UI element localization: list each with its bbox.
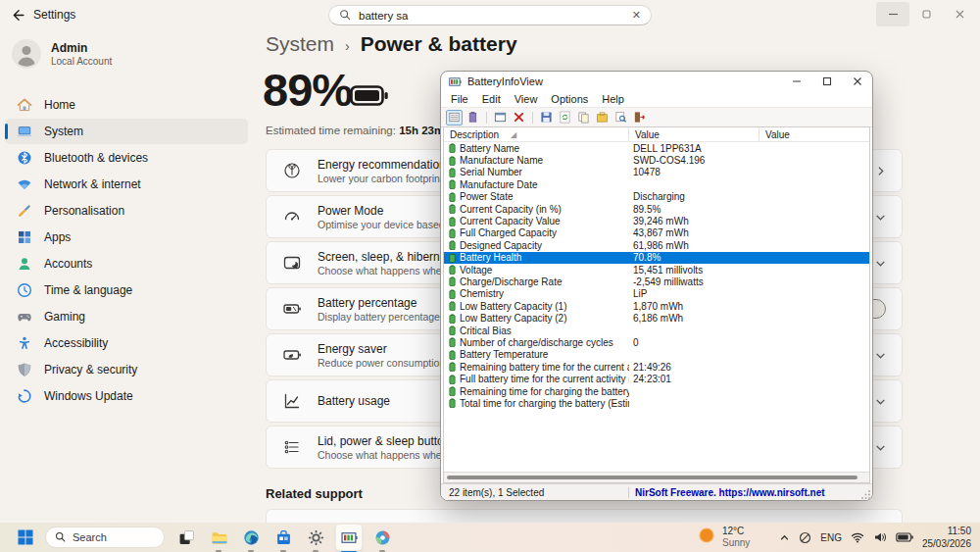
taskbar-app-file-explorer[interactable] — [206, 525, 231, 550]
biv-minimize-button[interactable] — [781, 72, 811, 91]
table-row[interactable]: Battery NameDELL 1PP631A — [444, 142, 869, 154]
table-row[interactable]: Designed Capacity61,986 mWh — [444, 239, 869, 251]
menu-file[interactable]: File — [444, 93, 475, 105]
settings-search-input[interactable] — [359, 10, 624, 22]
taskbar-app-paint[interactable] — [369, 525, 395, 550]
table-row[interactable]: Voltage15,451 millivolts — [444, 264, 869, 276]
start-button[interactable] — [13, 525, 38, 550]
column-header-value-2[interactable]: Value — [760, 127, 869, 141]
menu-help[interactable]: Help — [595, 93, 631, 105]
taskbar-app-settings[interactable] — [303, 525, 328, 550]
toolbar-refresh-icon[interactable] — [557, 110, 573, 125]
table-row[interactable]: Current Capacity Value39,246 mWh — [444, 215, 869, 226]
sidebar-item-bluetooth[interactable]: Bluetooth & devices — [5, 145, 248, 171]
scrollbar-thumb[interactable] — [447, 476, 858, 479]
sidebar-item-windows-update[interactable]: Windows Update — [5, 383, 248, 409]
table-row[interactable]: Serial Number10478 — [444, 167, 869, 178]
biv-titlebar[interactable]: BatteryInfoView — [441, 72, 872, 91]
table-row[interactable]: Charge/Discharge Rate-2,549 milliwatts — [444, 276, 869, 287]
biv-horizontal-scrollbar[interactable] — [444, 472, 869, 482]
column-header-description[interactable]: Description◢ — [444, 127, 629, 141]
toolbar-find-icon[interactable] — [612, 110, 629, 125]
sidebar-item-personalisation[interactable]: Personalisation — [5, 198, 248, 224]
table-row[interactable]: Power StateDischarging — [444, 191, 869, 203]
taskbar-weather[interactable]: 12°CSunny — [698, 523, 750, 552]
sidebar-item-apps[interactable]: Apps — [5, 225, 248, 250]
sidebar-item-network[interactable]: Network & internet — [5, 172, 248, 197]
row-description: Remaining time for charging the battery … — [444, 386, 629, 397]
table-row[interactable]: Remaining battery time for the current a… — [444, 361, 869, 373]
wifi-icon[interactable] — [851, 531, 864, 543]
search-clear-icon[interactable]: ✕ — [632, 10, 641, 21]
chevron-down-icon[interactable] — [875, 350, 886, 361]
sidebar-item-time-language[interactable]: Time & language — [5, 277, 248, 303]
table-row[interactable]: Remaining time for charging the battery … — [444, 385, 869, 397]
row-value: 39,246 mWh — [629, 216, 760, 226]
table-row[interactable]: Full battery time for the current activi… — [444, 373, 869, 384]
table-row[interactable]: ChemistryLiP — [444, 288, 869, 300]
toolbar-delete-icon[interactable] — [511, 110, 527, 125]
menu-options[interactable]: Options — [544, 93, 595, 105]
nirsoft-link[interactable]: NirSoft Freeware. https://www.nirsoft.ne… — [629, 487, 825, 498]
bluetooth-icon — [17, 150, 32, 166]
toolbar-save-icon[interactable] — [538, 110, 555, 125]
chevron-down-icon[interactable] — [875, 212, 886, 223]
taskbar-app-batteryinfoview[interactable] — [335, 524, 363, 551]
maximize-button[interactable] — [909, 2, 943, 26]
chevron-down-icon[interactable] — [875, 396, 886, 407]
sidebar-item-home[interactable]: Home — [5, 92, 248, 118]
sidebar-item-accessibility[interactable]: Accessibility — [5, 330, 248, 356]
table-row[interactable]: Full Charged Capacity43,867 mWh — [444, 227, 869, 239]
breadcrumb-system[interactable]: System — [266, 32, 334, 56]
sidebar-item-privacy-security[interactable]: Privacy & security — [5, 357, 248, 382]
sidebar-item-gaming[interactable]: Gaming — [5, 304, 248, 329]
row-description: Manufacture Name — [444, 155, 629, 166]
chevron-right-icon[interactable] — [875, 166, 886, 176]
chevron-down-icon[interactable] — [875, 258, 886, 269]
toolbar-window-props-icon[interactable] — [492, 110, 509, 125]
clock[interactable]: 11:5025/03/2026 — [922, 525, 971, 550]
speaker-icon[interactable] — [873, 531, 887, 543]
taskbar-app-edge[interactable] — [238, 525, 264, 550]
table-row[interactable]: Total time for charging the battery (Est… — [444, 397, 869, 409]
chevron-down-icon[interactable] — [875, 442, 886, 453]
biv-close-button[interactable] — [842, 72, 872, 91]
column-header-value[interactable]: Value — [629, 127, 760, 141]
table-row[interactable]: Manufacture NameSWD-COS4.196 — [444, 154, 869, 166]
language-indicator[interactable]: ENG — [820, 532, 842, 543]
tray-chevron-up-icon[interactable] — [779, 532, 790, 543]
menu-view[interactable]: View — [508, 93, 545, 105]
battery-percent-value: 89% — [263, 63, 352, 117]
minimize-button[interactable] — [876, 2, 909, 26]
table-row[interactable]: Battery Health70.8% — [444, 252, 869, 264]
table-row[interactable]: Low Battery Capacity (1)1,870 mWh — [444, 300, 869, 312]
sidebar-item-accounts[interactable]: Accounts — [5, 251, 248, 276]
row-description: Total time for charging the battery (Est… — [444, 398, 629, 409]
table-row[interactable]: Current Capacity (in %)89.5% — [444, 203, 869, 215]
toolbar-report-view-icon[interactable] — [446, 110, 463, 125]
close-button[interactable] — [943, 2, 976, 26]
toolbar-copy-icon[interactable] — [575, 110, 592, 125]
menu-edit[interactable]: Edit — [475, 93, 508, 105]
taskbar-app-microsoft-store[interactable] — [270, 525, 296, 550]
table-row[interactable]: Battery Temperature — [444, 349, 869, 361]
settings-search-box[interactable]: ✕ — [328, 5, 652, 25]
toolbar-exit-icon[interactable] — [631, 110, 648, 125]
toolbar-items-view-icon[interactable] — [465, 110, 481, 125]
account-card[interactable]: Admin Local Account — [12, 39, 112, 69]
eco-icon — [282, 161, 302, 180]
table-row[interactable]: Low Battery Capacity (2)6,186 mWh — [444, 312, 869, 324]
tray-time: 11:50 — [922, 525, 971, 537]
table-row[interactable]: Critical Bias — [444, 325, 869, 336]
back-button[interactable] — [10, 8, 24, 23]
battery-tray-icon[interactable] — [896, 532, 913, 542]
biv-maximize-button[interactable] — [811, 72, 842, 91]
toolbar-properties-icon[interactable] — [594, 110, 611, 125]
taskbar-search[interactable]: Search — [45, 527, 165, 548]
taskbar-app-task-view[interactable] — [173, 525, 199, 550]
table-row[interactable]: Manufacture Date — [444, 178, 869, 190]
do-not-disturb-icon[interactable] — [799, 531, 811, 544]
sidebar-item-system[interactable]: System — [5, 119, 248, 144]
table-row[interactable]: Number of charge/discharge cycles0 — [444, 336, 869, 348]
resize-grip[interactable] — [861, 489, 871, 499]
